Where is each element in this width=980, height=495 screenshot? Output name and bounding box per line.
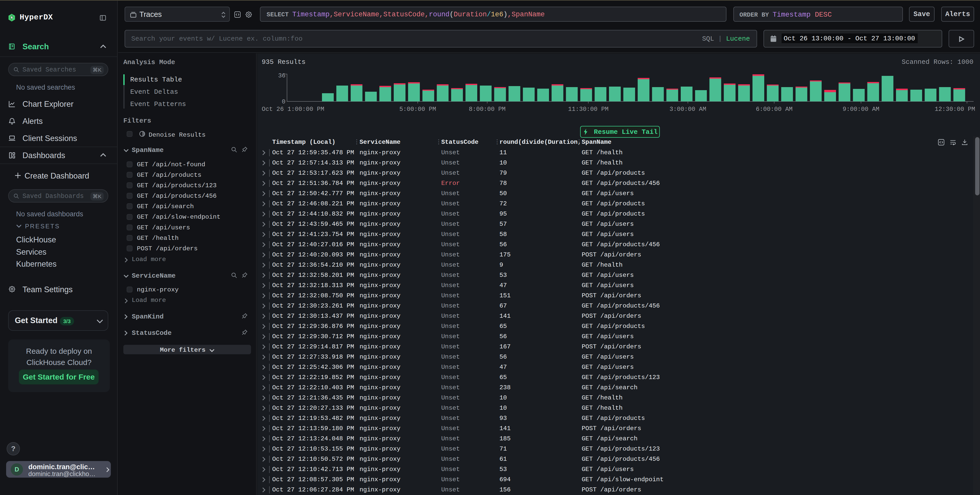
svg-text:8:00:00 PM: 8:00:00 PM — [469, 106, 506, 113]
svg-text:Oct 26 1:00:00 PM: Oct 26 1:00:00 PM — [262, 106, 324, 113]
svg-text:5:00:00 PM: 5:00:00 PM — [399, 106, 436, 113]
svg-text:0: 0 — [282, 98, 285, 105]
svg-text:3:00:00 AM: 3:00:00 AM — [670, 106, 706, 113]
svg-text:11:30:00 PM: 11:30:00 PM — [568, 106, 608, 113]
svg-text:6:00:00 AM: 6:00:00 AM — [756, 106, 792, 113]
svg-text:9:00:00 AM: 9:00:00 AM — [843, 106, 880, 113]
svg-text:36: 36 — [278, 72, 285, 79]
svg-text:12:30:00 PM: 12:30:00 PM — [935, 106, 975, 113]
